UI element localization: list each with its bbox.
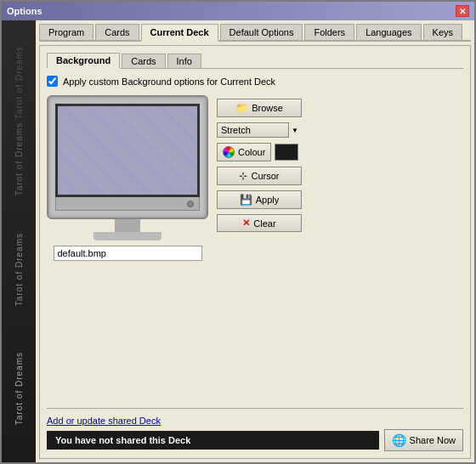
title-bar: Options ✕ <box>2 2 474 20</box>
sidebar-text-4: Tarot of Dreams <box>14 352 24 425</box>
colour-circle-icon <box>223 146 235 158</box>
sidebar-text-3: Tarot of Dreams <box>14 233 24 306</box>
apply-button[interactable]: Apply <box>217 190 302 209</box>
monitor-bottom-bar <box>55 197 200 211</box>
stretch-dropdown-wrapper: Stretch Tile Center Fit ▼ <box>217 122 302 138</box>
checkbox-label: Apply custom Background options for Curr… <box>63 76 275 87</box>
clear-icon <box>242 218 250 229</box>
cursor-button[interactable]: Cursor <box>217 167 302 185</box>
bottom-section: Add or update shared Deck You have not s… <box>47 408 463 451</box>
tab-languages[interactable]: Languages <box>356 24 421 40</box>
window-body: Tarot of Dreams Tarot of Dreams Tarot of… <box>2 20 474 462</box>
content-area: default.bmp Browse Stretch <box>47 95 463 408</box>
browse-button[interactable]: Browse <box>217 99 302 117</box>
clear-button[interactable]: Clear <box>217 214 302 232</box>
apply-icon <box>240 194 252 206</box>
tab-default-options[interactable]: Default Options <box>220 24 303 40</box>
window-title: Options <box>7 6 42 16</box>
outer-tab-bar: Program Cards Current Deck Default Optio… <box>39 24 471 42</box>
monitor-section: default.bmp <box>47 95 208 261</box>
browse-icon <box>235 102 248 114</box>
monitor-screen <box>55 104 200 197</box>
colour-label: Colour <box>238 147 265 157</box>
tab-current-deck[interactable]: Current Deck <box>141 24 218 42</box>
apply-custom-checkbox[interactable] <box>47 76 58 87</box>
tab-info[interactable]: Info <box>167 54 201 68</box>
sidebar-text-2: Tarot of Dreams <box>14 122 24 195</box>
tab-folders[interactable]: Folders <box>304 24 354 40</box>
apply-label: Apply <box>256 195 280 205</box>
dropdown-arrow-icon: ▼ <box>292 127 298 134</box>
tab-background[interactable]: Background <box>47 53 120 69</box>
tab-program[interactable]: Program <box>39 24 94 40</box>
monitor-frame <box>47 95 208 219</box>
options-window: Options ✕ Tarot of Dreams Tarot of Dream… <box>0 0 476 464</box>
buttons-section: Browse Stretch Tile Center Fit ▼ <box>217 99 302 232</box>
colour-row: Colour <box>217 143 302 161</box>
close-button[interactable]: ✕ <box>456 5 469 17</box>
tab-cards-inner[interactable]: Cards <box>122 54 165 68</box>
stretch-dropdown[interactable]: Stretch Tile Center Fit <box>217 122 289 138</box>
share-link[interactable]: Add or update shared Deck <box>47 416 463 426</box>
sidebar-text-1: Tarot of Dreams <box>14 46 24 119</box>
share-row: You have not shared this Deck Share Now <box>47 429 463 451</box>
share-now-label: Share Now <box>410 435 456 445</box>
monitor-power-button <box>187 201 194 207</box>
filename-label: default.bmp <box>54 246 202 261</box>
cursor-icon <box>239 170 247 182</box>
main-panel: Background Cards Info Apply custom Backg… <box>39 45 471 459</box>
share-now-button[interactable]: Share Now <box>384 429 463 451</box>
tab-keys[interactable]: Keys <box>423 24 462 40</box>
colour-button[interactable]: Colour <box>217 143 271 161</box>
inner-tab-bar: Background Cards Info <box>47 53 463 69</box>
tab-cards-outer[interactable]: Cards <box>95 24 139 40</box>
monitor-stand-neck <box>115 219 140 232</box>
checkbox-row: Apply custom Background options for Curr… <box>47 76 463 87</box>
browse-label: Browse <box>252 103 283 113</box>
share-status: You have not shared this Deck <box>47 431 379 450</box>
main-content: Program Cards Current Deck Default Optio… <box>36 20 474 462</box>
clear-label: Clear <box>253 218 275 229</box>
colour-swatch[interactable] <box>275 144 298 161</box>
sidebar: Tarot of Dreams Tarot of Dreams Tarot of… <box>2 20 36 462</box>
monitor-stand-base <box>94 232 162 240</box>
share-icon <box>392 433 406 447</box>
cursor-label: Cursor <box>251 171 279 181</box>
